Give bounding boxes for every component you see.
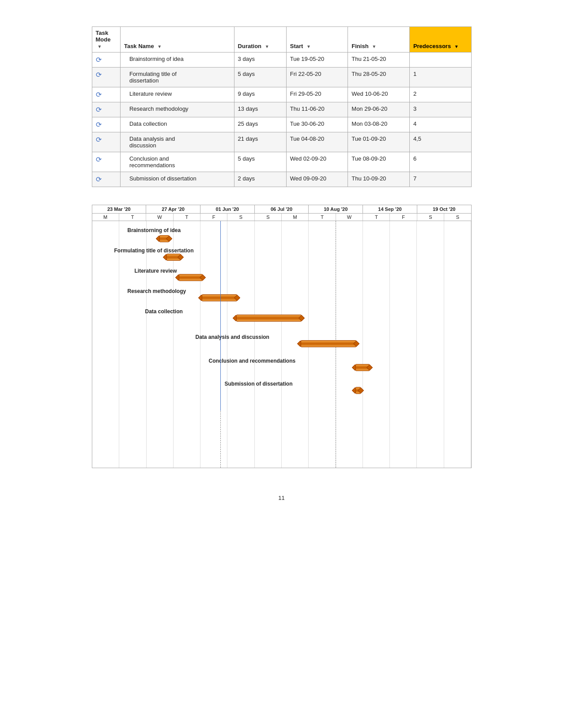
task-table-section: TaskMode ▼ Task Name ▼ Duration ▼ Start … bbox=[92, 26, 472, 187]
task-duration-cell: 9 days bbox=[234, 87, 286, 102]
table-row: ⟳Submission of dissertation2 daysWed 09-… bbox=[92, 172, 471, 187]
task-mode-cell: ⟳ bbox=[92, 68, 120, 87]
task-mode-icon: ⟳ bbox=[96, 90, 102, 99]
task-predecessors-cell bbox=[409, 53, 471, 68]
table-header-row: TaskMode ▼ Task Name ▼ Duration ▼ Start … bbox=[92, 27, 471, 53]
gantt-month-row: 23 Mar '2027 Apr '2001 Jun '2006 Jul '20… bbox=[92, 205, 472, 213]
task-finish-cell: Thu 21-05-20 bbox=[348, 53, 410, 68]
gantt-task-label: Data collection bbox=[145, 308, 183, 315]
task-mode-cell: ⟳ bbox=[92, 102, 120, 117]
gantt-month-label: 06 Jul '20 bbox=[255, 205, 309, 213]
task-mode-cell: ⟳ bbox=[92, 87, 120, 102]
task-start-cell: Wed 09-09-20 bbox=[286, 172, 348, 187]
gantt-task-bar bbox=[236, 315, 302, 322]
gantt-task-label: Literature review bbox=[135, 268, 177, 274]
task-duration-cell: 25 days bbox=[234, 117, 286, 132]
col-header-duration[interactable]: Duration ▼ bbox=[234, 27, 286, 53]
table-row: ⟳Data collection25 daysTue 30-06-20Mon 0… bbox=[92, 117, 471, 132]
gantt-day-label: T bbox=[119, 214, 146, 221]
table-row: ⟳Brainstorming of idea3 daysTue 19-05-20… bbox=[92, 53, 471, 68]
gantt-day-label: M bbox=[282, 214, 309, 221]
gantt-month-label: 19 Oct '20 bbox=[417, 205, 471, 213]
task-mode-icon: ⟳ bbox=[96, 71, 102, 79]
task-mode-cell: ⟳ bbox=[92, 132, 120, 152]
task-duration-cell: 21 days bbox=[234, 132, 286, 152]
gantt-section: 23 Mar '2027 Apr '2001 Jun '2006 Jul '20… bbox=[92, 205, 472, 468]
gantt-day-label: F bbox=[390, 214, 417, 221]
gantt-day-label: W bbox=[336, 214, 363, 221]
gantt-task-label: Conclusion and recommendations bbox=[209, 358, 296, 364]
task-name-cell: Brainstorming of idea bbox=[120, 53, 234, 68]
task-name-cell: Data collection bbox=[120, 117, 234, 132]
gantt-task-label: Data analysis and discussion bbox=[196, 334, 269, 340]
gantt-day-row: MTWTFSSMTWTFSS bbox=[92, 213, 472, 221]
gantt-task-label: Formulating title of dissertation bbox=[114, 248, 194, 254]
task-start-cell: Wed 02-09-20 bbox=[286, 152, 348, 172]
task-duration-cell: 3 days bbox=[234, 53, 286, 68]
gantt-task-bar bbox=[179, 274, 203, 281]
task-finish-cell: Thu 28-05-20 bbox=[348, 68, 410, 87]
task-start-cell: Thu 11-06-20 bbox=[286, 102, 348, 117]
gantt-day-label: S bbox=[444, 214, 471, 221]
gantt-month-label: 14 Sep '20 bbox=[363, 205, 417, 213]
task-predecessors-cell: 3 bbox=[409, 102, 471, 117]
col-header-start[interactable]: Start ▼ bbox=[286, 27, 348, 53]
table-row: ⟳Data analysis and discussion21 daysTue … bbox=[92, 132, 471, 152]
col-header-finish[interactable]: Finish ▼ bbox=[348, 27, 410, 53]
task-name-cell: Submission of dissertation bbox=[120, 172, 234, 187]
task-name-cell: Literature review bbox=[120, 87, 234, 102]
task-predecessors-cell: 6 bbox=[409, 152, 471, 172]
task-predecessors-cell: 4 bbox=[409, 117, 471, 132]
task-mode-cell: ⟳ bbox=[92, 53, 120, 68]
task-mode-icon: ⟳ bbox=[96, 155, 102, 164]
task-finish-cell: Wed 10-06-20 bbox=[348, 87, 410, 102]
task-start-cell: Fri 22-05-20 bbox=[286, 68, 348, 87]
task-finish-cell: Tue 08-09-20 bbox=[348, 152, 410, 172]
col-header-mode[interactable]: TaskMode ▼ bbox=[92, 27, 120, 53]
col-header-name[interactable]: Task Name ▼ bbox=[120, 27, 234, 53]
task-predecessors-cell: 1 bbox=[409, 68, 471, 87]
task-name-cell: Conclusion and recommendations bbox=[120, 152, 234, 172]
page-number: 11 bbox=[278, 495, 284, 501]
task-name-cell: Data analysis and discussion bbox=[120, 132, 234, 152]
task-mode-cell: ⟳ bbox=[92, 152, 120, 172]
task-mode-icon: ⟳ bbox=[96, 56, 102, 64]
task-start-cell: Fri 29-05-20 bbox=[286, 87, 348, 102]
gantt-month-label: 01 Jun '20 bbox=[200, 205, 255, 213]
table-row: ⟳Research methodology13 daysThu 11-06-20… bbox=[92, 102, 471, 117]
gantt-month-label: 10 Aug '20 bbox=[309, 205, 363, 213]
gantt-day-label: S bbox=[227, 214, 254, 221]
gantt-day-label: S bbox=[417, 214, 444, 221]
gantt-body: Brainstorning of ideaFormulating title o… bbox=[92, 221, 472, 468]
task-predecessors-cell: 2 bbox=[409, 87, 471, 102]
gantt-month-label: 27 Apr '20 bbox=[146, 205, 200, 213]
task-mode-icon: ⟳ bbox=[96, 135, 102, 144]
task-start-cell: Tue 30-06-20 bbox=[286, 117, 348, 132]
col-header-predecessors[interactable]: Predecessors ▼ bbox=[409, 27, 471, 53]
task-table: TaskMode ▼ Task Name ▼ Duration ▼ Start … bbox=[92, 26, 472, 187]
gantt-day-label: T bbox=[309, 214, 336, 221]
gantt-day-label: S bbox=[255, 214, 282, 221]
task-duration-cell: 2 days bbox=[234, 172, 286, 187]
gantt-task-label: Brainstorning of idea bbox=[128, 227, 181, 233]
table-row: ⟳Literature review9 daysFri 29-05-20Wed … bbox=[92, 87, 471, 102]
gantt-month-label: 23 Mar '20 bbox=[92, 205, 147, 213]
gantt-day-label: F bbox=[200, 214, 227, 221]
task-name-cell: Research methodology bbox=[120, 102, 234, 117]
gantt-day-label: W bbox=[146, 214, 173, 221]
task-name-cell: Formulating title of dissertation bbox=[120, 68, 234, 87]
task-duration-cell: 13 days bbox=[234, 102, 286, 117]
task-predecessors-cell: 7 bbox=[409, 172, 471, 187]
task-predecessors-cell: 4,5 bbox=[409, 132, 471, 152]
task-finish-cell: Mon 03-08-20 bbox=[348, 117, 410, 132]
gantt-task-bar bbox=[202, 294, 237, 301]
task-finish-cell: Thu 10-09-20 bbox=[348, 172, 410, 187]
task-mode-icon: ⟳ bbox=[96, 105, 102, 114]
gantt-connector-line bbox=[220, 221, 221, 411]
task-start-cell: Tue 04-08-20 bbox=[286, 132, 348, 152]
task-finish-cell: Tue 01-09-20 bbox=[348, 132, 410, 152]
task-mode-cell: ⟳ bbox=[92, 117, 120, 132]
gantt-task-label: Research methodology bbox=[128, 288, 186, 294]
gantt-day-label: T bbox=[363, 214, 390, 221]
gantt-day-label: T bbox=[174, 214, 200, 221]
